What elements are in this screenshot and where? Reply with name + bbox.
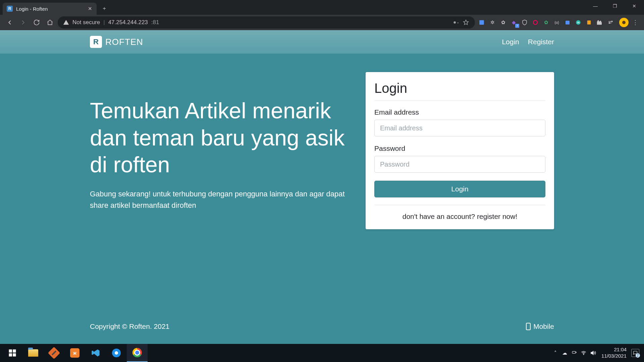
nav-link-register[interactable]: Register xyxy=(528,38,554,46)
not-secure-icon xyxy=(63,19,69,25)
taskbar-chrome[interactable] xyxy=(127,344,148,362)
forward-button[interactable] xyxy=(17,17,29,28)
windows-taskbar: ж ˄ ☁ 21:04 11/03/2021 xyxy=(0,344,644,362)
brand-logo-icon: R xyxy=(90,36,102,48)
divider xyxy=(374,101,545,101)
page-viewport: R ROFTEN Login Register Temukan Artikel … xyxy=(0,30,644,344)
start-button[interactable] xyxy=(2,344,23,362)
favicon-icon: R xyxy=(7,6,13,12)
svg-rect-3 xyxy=(566,21,570,24)
back-button[interactable] xyxy=(4,17,15,28)
extension-brackets-icon[interactable]: {α} xyxy=(552,18,561,27)
password-input[interactable] xyxy=(374,156,545,173)
hero-subhead: Gabung sekarang! untuk terhubung dengan … xyxy=(90,188,345,211)
window-minimize-button[interactable]: ― xyxy=(586,0,605,12)
browser-chrome: R Login - Roften ✕ ＋ ― ❐ ✕ Not secure xyxy=(0,0,644,30)
nav-link-login[interactable]: Login xyxy=(502,38,519,46)
brand[interactable]: R ROFTEN xyxy=(90,36,143,48)
toolbar: Not secure | 47.254.244.223:81 ✲ ✿ ◆ xyxy=(0,15,644,30)
home-button[interactable] xyxy=(44,17,56,28)
svg-rect-9 xyxy=(9,350,12,353)
taskbar-location[interactable] xyxy=(106,344,127,362)
extension-gear-icon[interactable]: ✿ xyxy=(498,18,508,27)
mobile-link[interactable]: Mobile xyxy=(526,322,554,330)
system-tray: ˄ ☁ 21:04 11/03/2021 xyxy=(552,347,642,359)
svg-point-2 xyxy=(533,20,537,24)
security-label: Not secure xyxy=(72,19,100,26)
brand-name: ROFTEN xyxy=(105,37,143,47)
svg-text:m: m xyxy=(577,21,579,24)
separator: | xyxy=(103,19,105,26)
register-link[interactable]: register now! xyxy=(477,213,517,220)
page-footer: Copyright © Roften. 2021 Mobile xyxy=(90,322,554,330)
tab-strip: R Login - Roften ✕ ＋ ― ❐ ✕ xyxy=(0,0,644,15)
register-prompt-row: don't have an account? register now! xyxy=(374,213,545,221)
tray-wifi-icon[interactable] xyxy=(580,349,587,357)
window-close-button[interactable]: ✕ xyxy=(625,0,644,12)
tray-battery-icon[interactable] xyxy=(571,349,578,357)
profile-avatar[interactable] xyxy=(619,18,629,27)
svg-rect-11 xyxy=(9,353,12,356)
extensions-row: ✲ ✿ ◆ ✿ {α} m xyxy=(477,18,615,27)
svg-rect-6 xyxy=(587,20,591,24)
extension-circle-icon[interactable] xyxy=(531,18,540,27)
svg-rect-10 xyxy=(13,350,16,353)
save-password-icon[interactable] xyxy=(452,19,460,26)
address-bar[interactable]: Not secure | 47.254.244.223:81 xyxy=(58,16,475,28)
extension-shield-icon[interactable] xyxy=(520,18,529,27)
svg-point-0 xyxy=(453,21,456,24)
phone-icon xyxy=(526,323,531,330)
svg-rect-13 xyxy=(572,351,576,353)
tray-volume-icon[interactable] xyxy=(589,349,597,357)
nav-links: Login Register xyxy=(502,38,554,46)
extension-translate-icon[interactable] xyxy=(477,18,486,27)
tray-date: 11/03/2021 xyxy=(601,353,627,359)
taskbar-git[interactable] xyxy=(44,344,64,362)
site-navbar: R ROFTEN Login Register xyxy=(0,30,644,54)
login-submit-button[interactable]: Login xyxy=(374,181,545,197)
divider xyxy=(374,205,545,205)
new-tab-button[interactable]: ＋ xyxy=(99,3,109,13)
browser-menu-button[interactable]: ⋮ xyxy=(631,17,640,28)
login-card: Login Email address Password Login don't… xyxy=(366,72,554,229)
svg-point-15 xyxy=(583,354,584,355)
svg-rect-1 xyxy=(479,20,484,25)
mobile-label: Mobile xyxy=(533,322,554,330)
extension-calendar-icon[interactable] xyxy=(563,18,572,27)
taskbar-xampp[interactable]: ж xyxy=(64,344,85,362)
window-controls: ― ❐ ✕ xyxy=(586,0,644,12)
extension-react-icon[interactable]: ✲ xyxy=(488,18,497,27)
window-maximize-button[interactable]: ❐ xyxy=(605,0,625,12)
url-host: 47.254.244.223 xyxy=(108,19,148,26)
browser-tab[interactable]: R Login - Roften ✕ xyxy=(3,3,97,15)
extension-purple-icon[interactable]: ◆ xyxy=(509,18,519,27)
email-label: Email address xyxy=(374,108,545,116)
extension-m-icon[interactable]: m xyxy=(574,18,583,27)
tray-chevron-icon[interactable]: ˄ xyxy=(552,349,559,357)
svg-rect-14 xyxy=(576,352,576,353)
taskbar-vscode[interactable] xyxy=(85,344,106,362)
tray-time: 21:04 xyxy=(601,347,627,353)
tab-title: Login - Roften xyxy=(16,6,84,12)
extension-slides-icon[interactable] xyxy=(584,18,594,27)
media-control-icon[interactable] xyxy=(606,18,615,27)
hero-headline: Temukan Artikel menarik dan teman baru y… xyxy=(90,97,352,178)
password-label: Password xyxy=(374,144,545,153)
register-prompt-text: don't have an account? xyxy=(402,213,477,220)
url-port: :81 xyxy=(151,19,159,26)
reload-button[interactable] xyxy=(31,17,42,28)
hero: Temukan Artikel menarik dan teman baru y… xyxy=(90,97,352,211)
tray-notifications-icon[interactable] xyxy=(631,349,639,357)
tray-onedrive-icon[interactable]: ☁ xyxy=(561,349,569,357)
copyright-text: Copyright © Roften. 2021 xyxy=(90,322,169,330)
login-title: Login xyxy=(374,81,545,96)
svg-rect-12 xyxy=(13,353,16,356)
extensions-menu-icon[interactable] xyxy=(595,18,604,27)
extension-frog-icon[interactable]: ✿ xyxy=(541,18,551,27)
svg-point-7 xyxy=(611,21,612,22)
close-tab-icon[interactable]: ✕ xyxy=(87,6,93,11)
bookmark-star-icon[interactable] xyxy=(462,19,470,26)
taskbar-explorer[interactable] xyxy=(23,344,44,362)
email-input[interactable] xyxy=(374,120,545,136)
tray-clock[interactable]: 21:04 11/03/2021 xyxy=(601,347,627,359)
